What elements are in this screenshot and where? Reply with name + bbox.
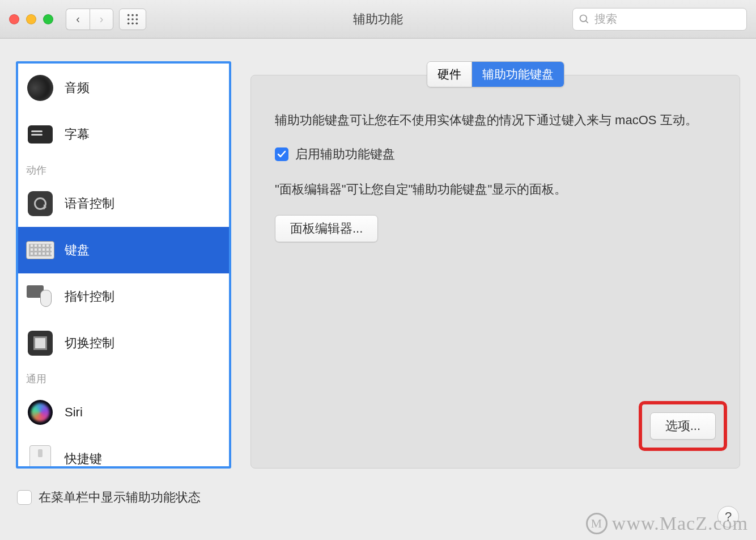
sidebar-header-actions: 动作 <box>18 158 229 180</box>
sidebar-item-label: 键盘 <box>65 242 90 259</box>
nav-buttons: ‹ › <box>66 9 113 30</box>
sidebar-item-shortcut[interactable]: 快捷键 <box>18 436 229 469</box>
svg-point-5 <box>136 18 138 20</box>
panel-editor-description: "面板编辑器"可让您自定"辅助功能键盘"显示的面板。 <box>275 180 716 199</box>
sidebar[interactable]: 音频 字幕 动作 语音控制 键盘 指针控制 切换控制 通用 Siri <box>16 61 231 469</box>
search-wrap <box>572 8 747 31</box>
sidebar-item-audio[interactable]: 音频 <box>18 65 229 111</box>
enable-keyboard-checkbox[interactable] <box>275 147 288 161</box>
zoom-window-button[interactable] <box>43 14 53 24</box>
options-button[interactable]: 选项... <box>650 412 716 440</box>
menubar-status-label: 在菜单栏中显示辅助功能状态 <box>39 489 201 506</box>
tab-hardware[interactable]: 硬件 <box>427 62 472 87</box>
tab-control: 硬件 辅助功能键盘 <box>427 61 564 87</box>
window-title: 辅助功能 <box>353 11 403 28</box>
speaker-icon <box>25 73 56 103</box>
question-icon: ? <box>725 509 732 524</box>
help-button[interactable]: ? <box>717 506 739 528</box>
sidebar-item-label: 字幕 <box>65 126 90 143</box>
sidebar-item-pointer-control[interactable]: 指针控制 <box>18 273 229 320</box>
chevron-right-icon: › <box>100 12 104 26</box>
chevron-left-icon: ‹ <box>76 12 80 26</box>
siri-icon <box>25 397 56 428</box>
main-panel: 硬件 辅助功能键盘 辅助功能键盘可让您在不使用实体键盘的情况下通过键入来与 ma… <box>250 61 740 469</box>
keyboard-icon <box>25 235 56 265</box>
sidebar-item-switch-control[interactable]: 切换控制 <box>18 320 229 366</box>
svg-point-2 <box>136 14 138 16</box>
svg-point-7 <box>131 22 134 24</box>
back-button[interactable]: ‹ <box>66 9 90 30</box>
sidebar-header-general: 通用 <box>18 366 229 389</box>
panel-body: 辅助功能键盘可让您在不使用实体键盘的情况下通过键入来与 macOS 互动。 启用… <box>250 75 740 469</box>
enable-keyboard-row: 启用辅助功能键盘 <box>275 146 716 163</box>
forward-button[interactable]: › <box>90 9 113 30</box>
svg-point-6 <box>128 22 130 24</box>
menubar-status-checkbox[interactable] <box>17 490 32 505</box>
caption-icon <box>25 119 56 150</box>
svg-point-3 <box>128 18 130 20</box>
sidebar-item-label: Siri <box>65 405 83 420</box>
svg-point-8 <box>136 22 138 24</box>
footer-row: 在菜单栏中显示辅助功能状态 <box>0 480 756 515</box>
minimize-window-button[interactable] <box>26 14 36 24</box>
sidebar-item-siri[interactable]: Siri <box>18 389 229 436</box>
voice-control-icon <box>25 188 56 219</box>
switch-control-icon <box>25 328 56 358</box>
sidebar-item-label: 快捷键 <box>65 450 102 467</box>
toolbar: ‹ › 辅助功能 <box>0 0 756 39</box>
sidebar-item-label: 语音控制 <box>65 195 114 212</box>
svg-point-0 <box>128 14 130 16</box>
panel-editor-button[interactable]: 面板编辑器... <box>275 215 378 242</box>
tab-accessibility-keyboard[interactable]: 辅助功能键盘 <box>472 62 564 87</box>
content: 音频 字幕 动作 语音控制 键盘 指针控制 切换控制 通用 Siri <box>0 39 756 480</box>
svg-point-1 <box>131 14 134 16</box>
search-input[interactable] <box>572 8 747 31</box>
traffic-lights <box>9 14 53 24</box>
sidebar-item-label: 指针控制 <box>65 288 114 305</box>
enable-keyboard-label: 启用辅助功能键盘 <box>295 146 395 163</box>
sidebar-item-voice-control[interactable]: 语音控制 <box>18 180 229 227</box>
keyboard-description: 辅助功能键盘可让您在不使用实体键盘的情况下通过键入来与 macOS 互动。 <box>275 111 716 130</box>
watermark-logo-icon: M <box>586 513 608 534</box>
sidebar-item-label: 音频 <box>65 79 90 96</box>
tab-row: 硬件 辅助功能键盘 <box>250 61 740 87</box>
shortcut-icon <box>25 444 56 469</box>
close-window-button[interactable] <box>9 14 19 24</box>
grid-icon <box>126 13 139 26</box>
svg-point-4 <box>131 18 134 20</box>
show-all-button[interactable] <box>119 9 146 30</box>
sidebar-item-label: 切换控制 <box>65 335 114 352</box>
pointer-icon <box>25 281 56 312</box>
options-highlight: 选项... <box>639 401 727 451</box>
sidebar-item-captions[interactable]: 字幕 <box>18 111 229 158</box>
checkmark-icon <box>277 150 286 159</box>
sidebar-item-keyboard[interactable]: 键盘 <box>18 227 229 273</box>
